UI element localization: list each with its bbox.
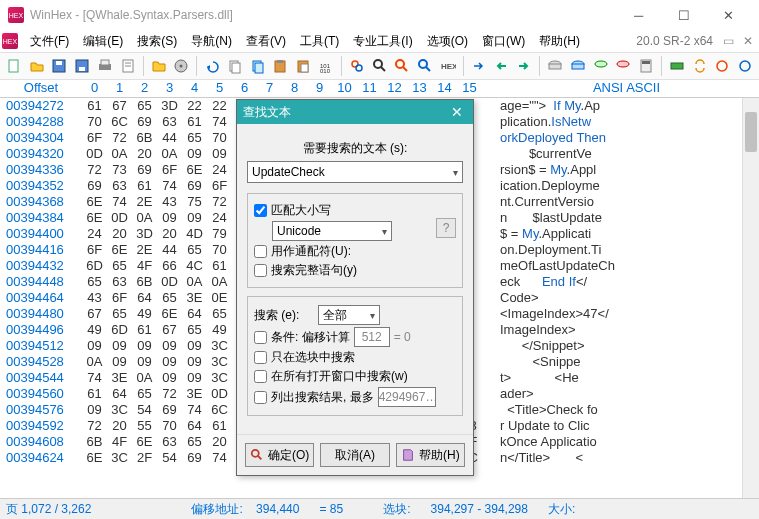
back-icon[interactable] [492, 56, 512, 76]
sync-icon[interactable] [690, 56, 710, 76]
svg-point-40 [717, 61, 727, 71]
offset-cell[interactable]: 00394592 [0, 418, 82, 434]
disk2-icon[interactable] [568, 56, 588, 76]
svg-rect-17 [277, 60, 283, 63]
paste2-icon[interactable] [293, 56, 313, 76]
find-next-icon[interactable] [415, 56, 435, 76]
save2-icon[interactable] [72, 56, 92, 76]
menu-9[interactable]: 帮助(H) [533, 31, 586, 52]
replace-icon[interactable]: HEX [438, 56, 458, 76]
disk-icon[interactable] [171, 56, 191, 76]
hex-icon[interactable]: 101010 [316, 56, 336, 76]
whole-word-checkbox[interactable]: 搜索完整语句(y) [254, 262, 456, 279]
cond-checkbox[interactable]: 条件: 偏移计算 512 = 0 [254, 327, 456, 347]
menu-1[interactable]: 编辑(E) [77, 31, 129, 52]
offset-cell[interactable]: 00394272 [0, 98, 82, 114]
menu-5[interactable]: 工具(T) [294, 31, 345, 52]
svg-point-41 [740, 61, 750, 71]
maximize-button[interactable]: ☐ [661, 0, 706, 30]
ram-icon[interactable] [667, 56, 687, 76]
ascii-pane[interactable]: age=""> If My.Application.IsNetworkDeplo… [494, 98, 742, 518]
offset-cell[interactable]: 00394464 [0, 290, 82, 306]
wildcard-help-button[interactable]: ? [436, 218, 456, 238]
disk3-icon[interactable] [591, 56, 611, 76]
new-icon[interactable] [4, 56, 24, 76]
folder-icon[interactable] [149, 56, 169, 76]
calc-icon[interactable] [636, 56, 656, 76]
find-hex-icon[interactable] [370, 56, 390, 76]
offset-cell[interactable]: 00394384 [0, 210, 82, 226]
save-icon[interactable] [50, 56, 70, 76]
menu-7[interactable]: 选项(O) [421, 31, 474, 52]
find-icon[interactable] [347, 56, 367, 76]
offset-cell[interactable]: 00394448 [0, 274, 82, 290]
open-icon[interactable] [27, 56, 47, 76]
forward-icon[interactable] [514, 56, 534, 76]
offset-cell[interactable]: 00394320 [0, 146, 82, 162]
sync3-icon[interactable] [735, 56, 755, 76]
menu-icon: HEX [2, 33, 18, 49]
match-case-checkbox[interactable]: 匹配大小写 [254, 202, 456, 219]
menu-4[interactable]: 查看(V) [240, 31, 292, 52]
dialog-title: 查找文本 [243, 104, 447, 121]
offset-cell[interactable]: 00394624 [0, 450, 82, 466]
restore-icon[interactable]: ▭ [719, 32, 737, 50]
search-input[interactable]: UpdateCheck▾ [247, 161, 463, 183]
cancel-button[interactable]: 取消(A) [320, 443, 389, 467]
offset-cell[interactable]: 00394336 [0, 162, 82, 178]
offset-cell[interactable]: 00394560 [0, 386, 82, 402]
menu-8[interactable]: 窗口(W) [476, 31, 531, 52]
help-button[interactable]: 帮助(H) [396, 443, 465, 467]
offset-cell[interactable]: 00394416 [0, 242, 82, 258]
disk1-icon[interactable] [545, 56, 565, 76]
offset-cell[interactable]: 00394608 [0, 434, 82, 450]
menu-6[interactable]: 专业工具(I) [347, 31, 418, 52]
svg-rect-19 [301, 64, 308, 72]
offset-cell[interactable]: 00394576 [0, 402, 82, 418]
undo-icon[interactable] [202, 56, 222, 76]
find-text-icon[interactable] [392, 56, 412, 76]
offset-cell[interactable]: 00394368 [0, 194, 82, 210]
offset-cell[interactable]: 00394400 [0, 226, 82, 242]
sync2-icon[interactable] [713, 56, 733, 76]
scrollbar-thumb[interactable] [745, 112, 757, 152]
copy2-icon[interactable] [248, 56, 268, 76]
svg-rect-6 [101, 60, 109, 65]
svg-point-26 [396, 60, 404, 68]
close2-icon[interactable]: ✕ [739, 32, 757, 50]
menu-2[interactable]: 搜索(S) [131, 31, 183, 52]
encoding-select[interactable]: Unicode▾ [272, 221, 392, 241]
offset-cell[interactable]: 00394512 [0, 338, 82, 354]
selection-only-checkbox[interactable]: 只在选块中搜索 [254, 349, 456, 366]
max-results-input[interactable]: 4294967… [378, 387, 436, 407]
offset-cell[interactable]: 00394544 [0, 370, 82, 386]
paste-icon[interactable] [271, 56, 291, 76]
copy-icon[interactable] [225, 56, 245, 76]
goto-icon[interactable] [469, 56, 489, 76]
list-results-checkbox[interactable]: 列出搜索结果, 最多 4294967… [254, 387, 456, 407]
offset-cell[interactable]: 00394480 [0, 306, 82, 322]
offset-cell[interactable]: 00394432 [0, 258, 82, 274]
all-windows-checkbox[interactable]: 在所有打开窗口中搜索(w) [254, 368, 456, 385]
ok-button[interactable]: 确定(O) [245, 443, 314, 467]
print-icon[interactable] [95, 56, 115, 76]
offset-cell[interactable]: 00394304 [0, 130, 82, 146]
scope-select[interactable]: 全部▾ [318, 305, 380, 325]
offset-cell[interactable]: 00394352 [0, 178, 82, 194]
wildcard-checkbox[interactable]: 用作通配符(U): [254, 243, 456, 260]
minimize-button[interactable]: ─ [616, 0, 661, 30]
offset-cell[interactable]: 00394496 [0, 322, 82, 338]
properties-icon[interactable] [118, 56, 138, 76]
offset-cell[interactable]: 00394528 [0, 354, 82, 370]
disk4-icon[interactable] [613, 56, 633, 76]
svg-line-43 [258, 456, 262, 460]
svg-line-25 [381, 67, 385, 71]
svg-rect-39 [671, 63, 683, 69]
offset-cell[interactable]: 00394288 [0, 114, 82, 130]
menu-0[interactable]: 文件(F) [24, 31, 75, 52]
menu-3[interactable]: 导航(N) [185, 31, 238, 52]
dialog-close-icon[interactable]: ✕ [447, 104, 467, 120]
vertical-scrollbar[interactable] [742, 98, 759, 518]
close-button[interactable]: ✕ [706, 0, 751, 30]
cond-num-input[interactable]: 512 [354, 327, 390, 347]
